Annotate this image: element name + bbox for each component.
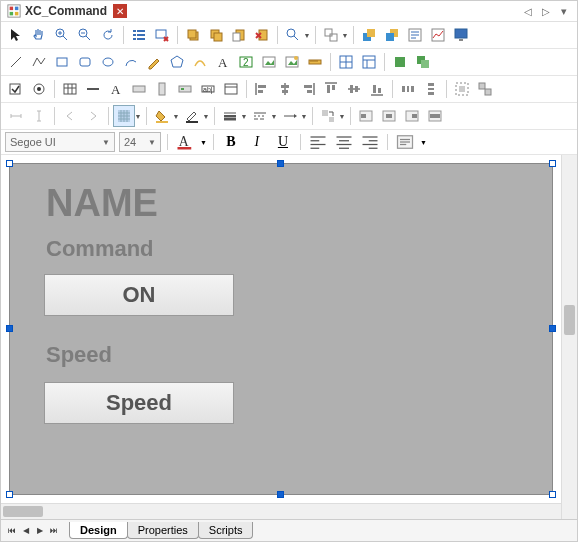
picture-button-icon[interactable]: [174, 78, 196, 100]
swap-size-icon[interactable]: [317, 105, 339, 127]
zoom-dropdown-icon[interactable]: [282, 24, 304, 46]
hline-icon[interactable]: [82, 78, 104, 100]
space-v-icon[interactable]: [28, 105, 50, 127]
align-middle-icon[interactable]: [343, 78, 365, 100]
command-label[interactable]: Command: [46, 236, 154, 262]
align-cell-l-icon[interactable]: [355, 105, 377, 127]
ellipse-tool-icon[interactable]: [97, 51, 119, 73]
grid-toggle-icon[interactable]: [113, 105, 135, 127]
text-align-center-icon[interactable]: [333, 132, 355, 152]
on-button[interactable]: ON: [44, 274, 234, 316]
prev-tab-icon[interactable]: ◁: [521, 4, 535, 18]
line-tool-icon[interactable]: [5, 51, 27, 73]
align-bottom-icon[interactable]: [366, 78, 388, 100]
paste-icon[interactable]: [228, 24, 250, 46]
distribute-h-icon[interactable]: [397, 78, 419, 100]
polyline-tool-icon[interactable]: [28, 51, 50, 73]
pencil-tool-icon[interactable]: [143, 51, 165, 73]
button-h-icon[interactable]: [128, 78, 150, 100]
bold-button[interactable]: B: [220, 132, 242, 152]
italic-button[interactable]: I: [246, 132, 268, 152]
align-center-h-icon[interactable]: [274, 78, 296, 100]
link-image-icon[interactable]: [281, 51, 303, 73]
rect-tool-icon[interactable]: [51, 51, 73, 73]
selection-handle[interactable]: [6, 160, 13, 167]
zoom-out-icon[interactable]: [74, 24, 96, 46]
horizontal-scrollbar[interactable]: [1, 503, 561, 519]
checkbox-tool-icon[interactable]: [5, 78, 27, 100]
line-color-icon[interactable]: [181, 105, 203, 127]
tab-design[interactable]: Design: [69, 522, 128, 539]
underline-button[interactable]: U: [272, 132, 294, 152]
align-top-icon[interactable]: [320, 78, 342, 100]
speed-label[interactable]: Speed: [46, 342, 112, 368]
fill-color-icon[interactable]: [151, 105, 173, 127]
selection-handle[interactable]: [549, 491, 556, 498]
font-color-icon[interactable]: A: [174, 132, 196, 152]
list-icon[interactable]: [128, 24, 150, 46]
tab-menu-icon[interactable]: ▾: [557, 4, 571, 18]
green-square-icon[interactable]: [389, 51, 411, 73]
green-overlap-icon[interactable]: [412, 51, 434, 73]
edit-box-icon[interactable]: ab|: [197, 78, 219, 100]
preview-icon[interactable]: [450, 24, 472, 46]
ruler-tool-icon[interactable]: [304, 51, 326, 73]
text-tool-icon[interactable]: A: [212, 51, 234, 73]
text-align-right-icon[interactable]: [359, 132, 381, 152]
align-left-icon[interactable]: [251, 78, 273, 100]
editor-icon[interactable]: [404, 24, 426, 46]
tab-last-icon[interactable]: ⏭: [47, 524, 61, 538]
arrow-left-icon[interactable]: [59, 105, 81, 127]
align-cell-c-icon[interactable]: [378, 105, 400, 127]
copy-icon[interactable]: [205, 24, 227, 46]
text-block-icon[interactable]: [394, 132, 416, 152]
font-size-combo[interactable]: 24▼: [119, 132, 161, 152]
pointer-tool-icon[interactable]: [5, 24, 27, 46]
curve-tool-icon[interactable]: [189, 51, 211, 73]
align-cell-r-icon[interactable]: [401, 105, 423, 127]
selection-handle[interactable]: [6, 491, 13, 498]
selection-handle[interactable]: [277, 491, 284, 498]
group-icon[interactable]: [320, 24, 342, 46]
table-tool-icon[interactable]: [59, 78, 81, 100]
radio-tool-icon[interactable]: [28, 78, 50, 100]
tab-next-icon[interactable]: ▶: [33, 524, 47, 538]
selection-handle[interactable]: [6, 325, 13, 332]
image-tool-icon[interactable]: [258, 51, 280, 73]
vertical-scrollbar[interactable]: [561, 155, 577, 519]
name-label[interactable]: NAME: [46, 182, 158, 225]
tab-scripts[interactable]: Scripts: [198, 522, 254, 539]
arrow-right-icon[interactable]: [82, 105, 104, 127]
tab-properties[interactable]: Properties: [127, 522, 199, 539]
font-name-combo[interactable]: Segoe UI▼: [5, 132, 115, 152]
group-select-icon[interactable]: [451, 78, 473, 100]
button-v-icon[interactable]: [151, 78, 173, 100]
delete-icon[interactable]: [251, 24, 273, 46]
selection-handle[interactable]: [277, 160, 284, 167]
align-cell-j-icon[interactable]: [424, 105, 446, 127]
distribute-v-icon[interactable]: [420, 78, 442, 100]
clear-icon[interactable]: [151, 24, 173, 46]
speed-button[interactable]: Speed: [44, 382, 234, 424]
send-back-icon[interactable]: [381, 24, 403, 46]
polygon-tool-icon[interactable]: [166, 51, 188, 73]
cut-icon[interactable]: [182, 24, 204, 46]
ungroup-select-icon[interactable]: [474, 78, 496, 100]
close-button[interactable]: ✕: [113, 4, 127, 18]
static-text-icon[interactable]: A: [105, 78, 127, 100]
tab-prev-icon[interactable]: ◀: [19, 524, 33, 538]
grid-panel-icon[interactable]: [335, 51, 357, 73]
text-align-left-icon[interactable]: [307, 132, 329, 152]
next-tab-icon[interactable]: ▷: [539, 4, 553, 18]
arc-tool-icon[interactable]: [120, 51, 142, 73]
frame-icon[interactable]: [220, 78, 242, 100]
zoom-in-icon[interactable]: [51, 24, 73, 46]
line-style-icon[interactable]: [219, 105, 241, 127]
space-h-icon[interactable]: [5, 105, 27, 127]
dash-style-icon[interactable]: [249, 105, 271, 127]
design-surface[interactable]: NAME Command ON Speed Speed: [9, 163, 553, 495]
arrow-style-icon[interactable]: [279, 105, 301, 127]
roundrect-tool-icon[interactable]: [74, 51, 96, 73]
layout-panel-icon[interactable]: [358, 51, 380, 73]
refresh-icon[interactable]: [97, 24, 119, 46]
